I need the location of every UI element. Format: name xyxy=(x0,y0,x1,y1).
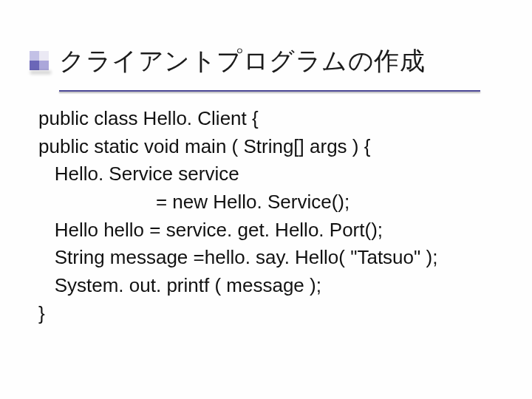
code-line: Hello hello = service. get. Hello. Port(… xyxy=(38,219,383,241)
code-line: public class Hello. Client { xyxy=(38,107,259,129)
code-line: public static void main ( String[] args … xyxy=(38,135,370,157)
title-row: クライアントプログラムの作成 xyxy=(30,44,510,78)
slide-title: クライアントプログラムの作成 xyxy=(59,44,425,78)
title-bullet-icon xyxy=(30,51,50,72)
code-line: System. out. printf ( message ); xyxy=(38,274,321,296)
code-block: public class Hello. Client { public stat… xyxy=(38,105,510,328)
code-line: = new Hello. Service(); xyxy=(38,191,349,213)
slide: クライアントプログラムの作成 public class Hello. Clien… xyxy=(0,0,532,399)
title-underline xyxy=(59,90,480,92)
code-line: String message =hello. say. Hello( "Tats… xyxy=(38,246,437,268)
code-line: Hello. Service service xyxy=(38,163,239,185)
code-line: } xyxy=(38,302,45,324)
